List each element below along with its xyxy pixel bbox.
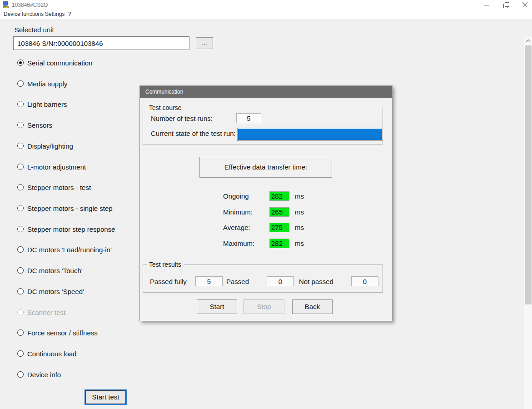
metric-row-average: Average: 275 ms bbox=[140, 223, 392, 233]
not-passed-field: 0 bbox=[351, 276, 378, 286]
test-option-dc-motors-touch[interactable]: DC motors 'Touch' bbox=[17, 266, 83, 274]
current-state-label: Current state of the test run: bbox=[151, 130, 236, 137]
minimum-value: 265 bbox=[269, 207, 289, 217]
test-option-label: DC motors 'Load/running-in' bbox=[27, 246, 112, 254]
number-of-test-runs-label: Number of test runs: bbox=[151, 115, 213, 122]
test-option-label: L-motor adjustment bbox=[27, 163, 86, 171]
selected-unit-field[interactable] bbox=[13, 36, 189, 50]
radio-icon bbox=[17, 309, 24, 315]
test-option-label: Stepper motors - test bbox=[27, 184, 91, 191]
radio-icon bbox=[17, 205, 24, 211]
dialog-titlebar[interactable]: Communication bbox=[140, 86, 392, 98]
test-option-label: Continuous load bbox=[27, 350, 76, 358]
radio-icon bbox=[17, 122, 24, 128]
test-option-label: Display/lighting bbox=[27, 142, 73, 150]
test-option-l-motor-adjustment[interactable]: L-motor adjustment bbox=[17, 163, 86, 171]
test-course-group: Test course Number of test runs: 5 Curre… bbox=[143, 108, 383, 145]
metric-row-maximum: Maximum: 282 ms bbox=[140, 239, 392, 249]
test-option-continuous-load[interactable]: Continuous load bbox=[17, 349, 76, 358]
test-option-label: Light barriers bbox=[27, 100, 67, 108]
test-option-label: Scanner test bbox=[27, 309, 65, 316]
test-option-label: Stepper motor step response bbox=[27, 225, 115, 233]
test-option-label: Serial communication bbox=[27, 59, 92, 67]
vertical-scrollbar[interactable] bbox=[524, 37, 532, 409]
test-option-sensors[interactable]: Sensors bbox=[17, 121, 52, 129]
start-test-button[interactable]: Start test bbox=[85, 390, 126, 404]
test-option-stepper-motors-test[interactable]: Stepper motors - test bbox=[17, 183, 91, 191]
test-option-label: Media supply bbox=[27, 80, 67, 88]
test-option-scanner-test: Scanner test bbox=[17, 308, 65, 316]
menu-bar: Device functions Settings ? bbox=[0, 10, 532, 18]
test-option-light-barriers[interactable]: Light barriers bbox=[17, 100, 67, 108]
maximum-value: 282 bbox=[269, 239, 289, 248]
radio-icon bbox=[17, 101, 24, 107]
menu-device-functions[interactable]: Device functions bbox=[4, 11, 44, 17]
radio-icon bbox=[17, 267, 24, 274]
test-option-stepper-motor-step-response[interactable]: Stepper motor step response bbox=[17, 225, 115, 233]
test-option-dc-motors-load-running-in[interactable]: DC motors 'Load/running-in' bbox=[17, 245, 112, 254]
passed-fully-field: 5 bbox=[195, 276, 223, 286]
passed-label: Passed bbox=[226, 278, 249, 285]
selected-unit-label: Selected unit bbox=[15, 26, 54, 34]
maximum-unit: ms bbox=[295, 239, 304, 247]
radio-icon bbox=[17, 143, 24, 149]
radio-icon bbox=[17, 60, 24, 66]
radio-icon bbox=[17, 350, 24, 357]
test-option-label: DC motors 'Speed' bbox=[27, 288, 84, 295]
test-option-label: Stepper motors - single step bbox=[27, 204, 113, 212]
test-results-group: Test results Passed fully 5 Passed 0 Not… bbox=[143, 264, 383, 293]
test-option-label: Sensors bbox=[27, 121, 52, 129]
radio-icon bbox=[17, 246, 24, 253]
menu-help[interactable]: ? bbox=[68, 11, 71, 17]
communication-dialog: Communication Test course Number of test… bbox=[139, 85, 393, 321]
test-option-media-supply[interactable]: Media supply bbox=[17, 80, 67, 88]
average-label: Average: bbox=[223, 224, 250, 231]
ongoing-unit: ms bbox=[295, 192, 304, 200]
close-icon[interactable] bbox=[522, 2, 528, 8]
dialog-title: Communication bbox=[145, 89, 183, 95]
test-course-group-label: Test course bbox=[147, 104, 184, 111]
test-option-force-sensor-stiffness[interactable]: Force sensor / stiffness bbox=[17, 329, 98, 337]
restore-icon[interactable] bbox=[503, 2, 509, 8]
stop-button: Stop bbox=[244, 299, 284, 314]
radio-icon bbox=[17, 164, 24, 170]
minimum-label: Minimum: bbox=[223, 208, 253, 216]
ongoing-value: 282 bbox=[269, 191, 289, 201]
test-option-stepper-motors-single-step[interactable]: Stepper motors - single step bbox=[17, 204, 113, 212]
test-option-dc-motors-speed[interactable]: DC motors 'Speed' bbox=[17, 287, 84, 295]
radio-icon bbox=[17, 80, 24, 87]
test-selection-list: Serial communication Media supply Light … bbox=[17, 59, 135, 386]
back-button[interactable]: Back bbox=[292, 299, 333, 314]
radio-icon bbox=[17, 226, 24, 232]
ongoing-label: Ongoing bbox=[223, 192, 249, 200]
test-option-label: Force sensor / stiffness bbox=[27, 329, 98, 337]
metric-row-minimum: Minimum: 265 ms bbox=[140, 207, 392, 217]
metric-row-ongoing: Ongoing 282 ms bbox=[140, 191, 392, 201]
maximum-label: Maximum: bbox=[223, 239, 254, 247]
start-button[interactable]: Start bbox=[197, 299, 237, 314]
test-option-label: DC motors 'Touch' bbox=[27, 267, 83, 274]
test-option-device-info[interactable]: Device info bbox=[17, 370, 61, 379]
test-option-serial-communication[interactable]: Serial communication bbox=[17, 59, 92, 67]
average-unit: ms bbox=[295, 224, 304, 231]
scrollbar-thumb[interactable] bbox=[525, 45, 532, 304]
transfer-time-header: Effective data transfer time: bbox=[199, 157, 332, 178]
radio-icon bbox=[17, 371, 24, 378]
scroll-up-icon[interactable] bbox=[524, 37, 532, 45]
menu-settings[interactable]: Settings bbox=[45, 11, 65, 17]
browse-button[interactable]: ... bbox=[196, 37, 213, 49]
test-results-group-label: Test results bbox=[147, 261, 184, 268]
passed-field: 0 bbox=[267, 276, 294, 286]
test-run-progress-bar bbox=[237, 128, 383, 141]
minimize-icon[interactable] bbox=[484, 2, 490, 8]
test-option-display-lighting[interactable]: Display/lighting bbox=[17, 142, 73, 150]
average-value: 275 bbox=[269, 223, 289, 232]
app-icon bbox=[2, 1, 10, 9]
radio-icon bbox=[17, 288, 24, 294]
radio-icon bbox=[17, 184, 24, 190]
window-title: 103846#CS2O bbox=[12, 2, 48, 8]
window-titlebar: 103846#CS2O bbox=[0, 0, 532, 10]
passed-fully-label: Passed fully bbox=[150, 278, 187, 285]
minimum-unit: ms bbox=[295, 208, 304, 216]
number-of-test-runs-field[interactable]: 5 bbox=[236, 113, 261, 123]
